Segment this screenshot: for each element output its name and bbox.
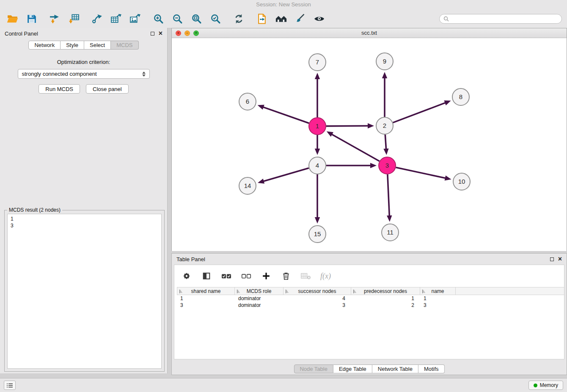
minimize-window-icon[interactable]: − — [184, 30, 190, 36]
graph-node-label-3: 3 — [385, 162, 389, 169]
graph-edge-3-11[interactable] — [388, 174, 389, 216]
plus-icon — [261, 271, 271, 281]
zoom-group — [152, 12, 222, 25]
select-all-button[interactable] — [221, 271, 232, 281]
zoom-window-icon[interactable]: + — [193, 30, 199, 36]
selected-option: strongly connected component — [22, 71, 97, 77]
graph-edge-3-1[interactable] — [331, 134, 380, 161]
clipboard-network-button[interactable] — [256, 12, 269, 25]
column-menu-icon — [422, 289, 426, 294]
add-column-button[interactable] — [261, 271, 272, 281]
open-session-button[interactable] — [6, 12, 19, 25]
tab-style[interactable]: Style — [61, 41, 84, 50]
column-header-predecessor_nodes[interactable]: predecessor nodes — [351, 287, 420, 295]
close-panel-icon[interactable]: × — [159, 30, 162, 37]
mcds-result-item[interactable]: 3 — [11, 222, 158, 229]
cell-mcds_role[interactable]: dominator — [235, 295, 284, 302]
zoom-in-button[interactable] — [152, 12, 165, 25]
tab-select[interactable]: Select — [84, 41, 111, 50]
graph-node-3[interactable]: 3 — [379, 157, 396, 174]
tab-motifs[interactable]: Motifs — [418, 364, 445, 373]
cell-mcds_role[interactable]: dominator — [235, 302, 284, 309]
mcds-buttons-row: Run MCDS Close panel — [0, 84, 167, 94]
zoom-fit-button[interactable] — [190, 12, 203, 25]
cell-name[interactable]: 1 — [420, 295, 456, 302]
export-table-button[interactable] — [110, 12, 123, 25]
graph-edge-3-10[interactable] — [396, 167, 446, 178]
zoom-out-icon — [172, 14, 183, 24]
function-builder-button: f(x) — [320, 272, 331, 281]
tab-network[interactable]: Network — [28, 41, 61, 50]
graph-edge-2-3[interactable] — [385, 135, 386, 149]
network-canvas[interactable]: 1234678910111415 — [172, 38, 567, 251]
deselect-all-icon — [241, 271, 252, 281]
graph-node-8[interactable]: 8 — [452, 88, 469, 105]
zoom-out-button[interactable] — [171, 12, 184, 25]
graph-node-10[interactable]: 10 — [453, 173, 470, 190]
task-history-button[interactable] — [4, 381, 16, 390]
close-window-icon[interactable]: × — [176, 30, 181, 36]
zoom-in-icon — [153, 14, 164, 24]
close-panel-button[interactable]: Close panel — [86, 84, 129, 94]
tab-edge-table[interactable]: Edge Table — [333, 364, 372, 373]
float-panel-icon[interactable] — [151, 32, 154, 36]
graph-edge-2-8[interactable] — [393, 102, 446, 122]
graph-node-15[interactable]: 15 — [309, 226, 326, 243]
column-header-shared_name[interactable]: shared name — [177, 287, 235, 295]
table-settings-button[interactable] — [181, 271, 192, 281]
column-header-label: predecessor nodes — [364, 288, 407, 294]
cell-predecessor_nodes[interactable]: 1 — [351, 295, 420, 302]
save-session-button[interactable] — [25, 12, 38, 25]
memory-label: Memory — [540, 382, 558, 388]
cell-shared_name[interactable]: 1 — [177, 295, 235, 302]
memory-button[interactable]: Memory — [528, 381, 563, 390]
graph-node-11[interactable]: 11 — [382, 224, 399, 241]
cell-successor_nodes[interactable]: 3 — [284, 302, 351, 309]
export-network-button[interactable] — [91, 12, 104, 25]
optimization-criterion-select[interactable]: strongly connected component — [18, 69, 150, 79]
mcds-result-list[interactable]: 13 — [7, 214, 162, 369]
column-header-mcds_role[interactable]: MCDS role — [235, 287, 284, 295]
column-header-successor_nodes[interactable]: successor nodes — [284, 287, 351, 295]
select-all-icon — [221, 271, 232, 281]
show-columns-button[interactable] — [201, 271, 212, 281]
graph-node-7[interactable]: 7 — [309, 54, 326, 71]
table-row[interactable]: 1dominator411 — [177, 295, 564, 302]
import-table-button[interactable] — [67, 12, 80, 25]
float-table-panel-icon[interactable] — [550, 257, 554, 261]
tab-network-table[interactable]: Network Table — [372, 364, 418, 373]
graph-node-1[interactable]: 1 — [309, 118, 326, 135]
home-button[interactable] — [275, 12, 288, 25]
graph-node-14[interactable]: 14 — [239, 177, 256, 194]
style-brush-button[interactable] — [294, 12, 307, 25]
folder-open-icon — [7, 14, 18, 24]
tab-node-table[interactable]: Node Table — [294, 364, 333, 373]
import-network-button[interactable] — [48, 12, 61, 25]
column-header-label: MCDS role — [247, 288, 272, 294]
graph-edge-4-14[interactable] — [263, 168, 309, 182]
graph-edge-1-2[interactable] — [326, 126, 369, 126]
window-controls: × − + — [176, 30, 199, 36]
toggle-graphics-button[interactable] — [313, 12, 326, 25]
refresh-button[interactable] — [232, 12, 245, 25]
graph-edge-1-6[interactable] — [263, 107, 309, 123]
cell-predecessor_nodes[interactable]: 2 — [351, 302, 420, 309]
graph-node-2[interactable]: 2 — [376, 117, 393, 134]
column-header-name[interactable]: name — [420, 287, 456, 295]
export-image-button[interactable] — [129, 12, 142, 25]
delete-column-button[interactable] — [281, 271, 292, 281]
deselect-all-button[interactable] — [241, 271, 252, 281]
table-row[interactable]: 3dominator323 — [177, 302, 564, 309]
close-table-panel-icon[interactable]: × — [558, 256, 562, 262]
graph-node-6[interactable]: 6 — [239, 93, 256, 110]
graph-node-4[interactable]: 4 — [309, 157, 326, 174]
run-mcds-button[interactable]: Run MCDS — [39, 84, 80, 94]
search-input[interactable] — [451, 16, 558, 22]
cell-successor_nodes[interactable]: 4 — [284, 295, 351, 302]
cell-name[interactable]: 3 — [420, 302, 456, 309]
tab-mcds[interactable]: MCDS — [111, 41, 138, 50]
graph-node-9[interactable]: 9 — [376, 53, 393, 70]
mcds-result-item[interactable]: 1 — [11, 215, 158, 222]
cell-shared_name[interactable]: 3 — [177, 302, 235, 309]
zoom-selected-button[interactable] — [209, 12, 222, 25]
